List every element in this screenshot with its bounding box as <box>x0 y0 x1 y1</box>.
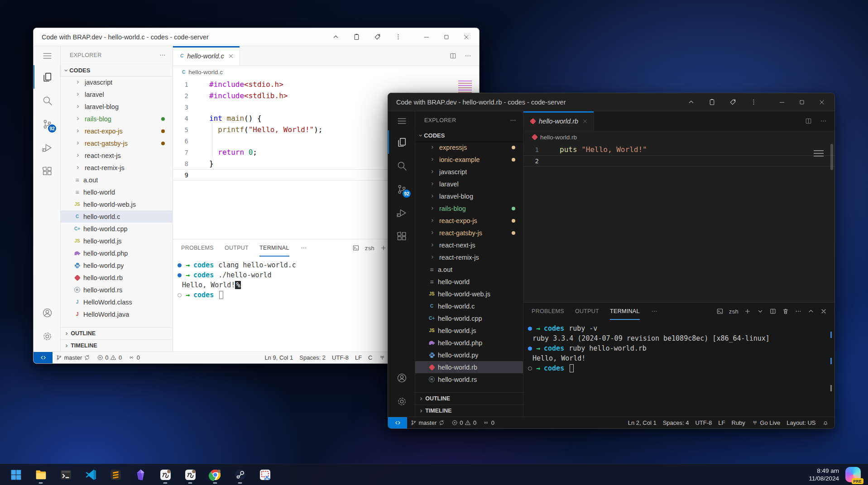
file-HelloWorld.java[interactable]: JHelloWorld.java <box>61 308 173 320</box>
folder-ionic-example[interactable]: ›ionic-example <box>415 153 523 166</box>
folder-react-gatsby-js[interactable]: ›react-gatsby-js <box>415 227 523 239</box>
chevron-up-icon[interactable] <box>684 95 698 109</box>
kebab-menu-icon[interactable] <box>391 30 405 44</box>
folder-laravel-blog[interactable]: ›laravel-blog <box>61 100 173 113</box>
tab-hello-world-rb[interactable]: hello-world.rb <box>523 111 594 131</box>
language-mode[interactable]: C <box>365 352 375 363</box>
folder-react-remix-js[interactable]: ›react-remix-js <box>61 162 173 174</box>
taskbar-icon-obsidian[interactable] <box>130 465 150 485</box>
account-icon[interactable] <box>34 301 60 324</box>
folder-react-remix-js[interactable]: ›react-remix-js <box>415 251 523 263</box>
file-a.out[interactable]: ≡a.out <box>415 263 523 276</box>
settings-gear-icon[interactable] <box>34 324 60 348</box>
git-branch-status[interactable]: master <box>407 417 448 428</box>
kebab-menu-icon[interactable] <box>747 95 760 109</box>
folder-section-codes[interactable]: › CODES <box>61 64 173 76</box>
panel-tab-output[interactable]: OUTPUT <box>225 239 249 257</box>
kill-terminal-icon[interactable] <box>782 308 789 315</box>
extensions-icon[interactable] <box>34 159 60 183</box>
folder-react-next-js[interactable]: ›react-next-js <box>61 149 173 162</box>
file-hello-world.c[interactable]: Chello-world.c <box>61 210 173 223</box>
taskbar-icon-pinned-app-1[interactable] <box>155 465 175 485</box>
outline-section[interactable]: › OUTLINE <box>415 392 523 404</box>
file-hello-world-web.js[interactable]: JShello-world-web.js <box>61 198 173 210</box>
clipboard-icon[interactable] <box>350 30 363 44</box>
file-hello-world.c[interactable]: Chello-world.c <box>415 300 523 312</box>
file-hello-world.rb[interactable]: hello-world.rb <box>61 271 173 284</box>
close-tab-icon[interactable] <box>582 118 588 124</box>
source-control-icon[interactable]: 92 <box>388 177 415 201</box>
eol[interactable]: LF <box>352 352 365 363</box>
close-tab-icon[interactable] <box>228 53 234 59</box>
git-branch-status[interactable]: master <box>53 352 94 363</box>
file-hello-world.rs[interactable]: Rhello-world.rs <box>415 373 523 385</box>
panel-tab-output[interactable]: OUTPUT <box>575 303 599 320</box>
explorer-actions-icon[interactable] <box>159 52 166 59</box>
terminal-more-icon[interactable] <box>795 308 802 315</box>
folder-laravel[interactable]: ›laravel <box>415 178 523 190</box>
run-debug-icon[interactable] <box>388 201 415 224</box>
panel-more-icon[interactable] <box>300 244 307 252</box>
folder-react-expo-js[interactable]: ›react-expo-js <box>61 125 173 137</box>
account-icon[interactable] <box>388 366 415 390</box>
tab-hello-world-c[interactable]: C hello-world.c <box>173 46 240 66</box>
taskbar-icon-chrome[interactable] <box>205 465 225 485</box>
maximize-panel-icon[interactable] <box>807 308 815 315</box>
explorer-actions-icon[interactable] <box>509 117 517 124</box>
minimize-button[interactable] <box>417 29 436 45</box>
close-panel-icon[interactable] <box>820 308 827 315</box>
taskbar-clock[interactable]: 8:49 am 11/08/2024 <box>809 467 839 482</box>
panel-tab-problems[interactable]: PROBLEMS <box>181 239 214 257</box>
breadcrumb[interactable]: C hello-world.c <box>173 66 479 78</box>
code-server-window-ruby[interactable]: Code with BRAP.dev - hello-world.rb - co… <box>388 93 835 429</box>
new-terminal-icon[interactable] <box>744 308 751 315</box>
taskbar-icon-pinned-app-2[interactable] <box>180 465 200 485</box>
panel-more-icon[interactable] <box>651 308 658 315</box>
problems-status[interactable]: 0 0 <box>448 417 480 428</box>
eol[interactable]: LF <box>715 417 728 428</box>
remote-indicator-icon[interactable] <box>34 352 53 363</box>
timeline-section[interactable]: › TIMELINE <box>415 404 523 417</box>
panel-tab-terminal[interactable]: TERMINAL <box>610 303 640 320</box>
search-icon[interactable] <box>34 89 60 112</box>
taskbar-icon-terminal[interactable] <box>56 465 76 485</box>
cursor-position[interactable]: Ln 9, Col 1 <box>261 352 296 363</box>
ports-status[interactable]: 0 <box>480 417 498 428</box>
settings-gear-icon[interactable] <box>388 390 415 413</box>
minimap[interactable] <box>814 150 824 157</box>
file-hello-world[interactable]: ≡hello-world <box>61 186 173 198</box>
remote-indicator-icon[interactable] <box>388 417 407 428</box>
terminal-profile-dropdown-icon[interactable] <box>757 308 764 315</box>
indentation[interactable]: Spaces: 2 <box>296 352 329 363</box>
ports-status[interactable]: 0 <box>125 352 143 363</box>
split-terminal-icon[interactable] <box>769 308 777 315</box>
maximize-button[interactable] <box>436 29 456 45</box>
file-hello-world.php[interactable]: hello-world.php <box>415 337 523 349</box>
titlebar[interactable]: Code with BRAP.dev - hello-world.rb - co… <box>388 93 834 111</box>
menu-hamburger-icon[interactable] <box>388 111 415 130</box>
chevron-up-icon[interactable] <box>329 30 342 44</box>
titlebar[interactable]: Code with BRAP.dev - hello-world.c - cod… <box>34 28 479 46</box>
taskbar-icon-start[interactable] <box>6 465 26 485</box>
explorer-icon[interactable] <box>388 130 415 154</box>
language-mode[interactable]: Ruby <box>729 417 748 428</box>
file-hello-world[interactable]: ≡hello-world <box>415 276 523 288</box>
file-hello-world.cpp[interactable]: C+hello-world.cpp <box>415 312 523 324</box>
file-HelloWorld.class[interactable]: JHelloWorld.class <box>61 296 173 308</box>
file-hello-world.py[interactable]: hello-world.py <box>61 259 173 271</box>
file-hello-world.rs[interactable]: Rhello-world.rs <box>61 284 173 296</box>
taskbar-icon-sublime-text[interactable] <box>106 465 125 485</box>
taskbar-icon-file-explorer[interactable] <box>31 465 51 485</box>
maximize-button[interactable] <box>792 95 812 110</box>
copilot-icon[interactable]: PRE <box>845 467 861 482</box>
tag-icon[interactable] <box>726 95 739 109</box>
timeline-section[interactable]: › TIMELINE <box>61 339 173 352</box>
run-debug-icon[interactable] <box>34 136 60 159</box>
panel-tab-problems[interactable]: PROBLEMS <box>532 303 564 320</box>
folder-laravel-blog[interactable]: ›laravel-blog <box>415 190 523 202</box>
search-icon[interactable] <box>388 154 415 177</box>
folder-javascript[interactable]: ›javascript <box>415 166 523 178</box>
panel-tab-terminal[interactable]: TERMINAL <box>259 239 289 257</box>
new-terminal-icon[interactable] <box>380 244 387 252</box>
file-a.out[interactable]: ≡a.out <box>61 174 173 186</box>
